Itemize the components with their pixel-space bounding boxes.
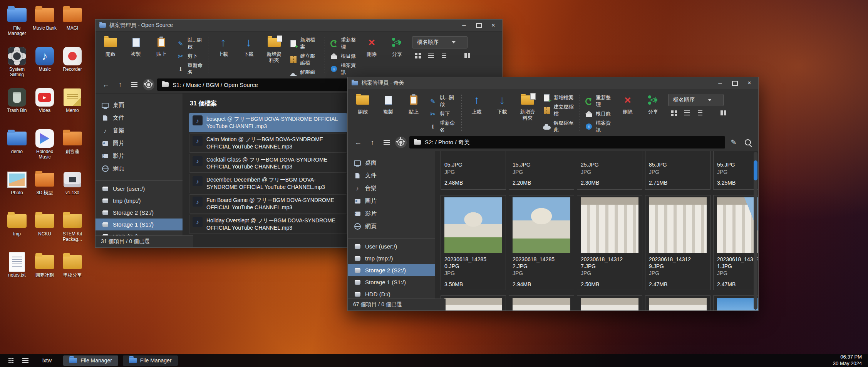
copy-button[interactable]: 複製 [126, 35, 146, 57]
view-columns-button[interactable] [720, 110, 727, 116]
desktop-icon[interactable]: 3D 模型 [31, 169, 59, 210]
file-row[interactable]: bosquet @ フリーBGM DOVA-SYNDROME OFFICIAL … [189, 113, 347, 132]
up-button[interactable]: ↑ [367, 137, 378, 148]
create-archive-button[interactable]: 建立壓縮檔 [289, 53, 320, 67]
sidebar-item[interactable]: User (user:/) [348, 238, 435, 252]
photo-item-partial[interactable]: 55.JPG JPG 3.25MB [713, 151, 758, 190]
photo-item-partial[interactable]: 85.JPG JPG 2.71MB [645, 151, 710, 190]
sidebar-item[interactable]: 圖片 [348, 195, 435, 207]
photo-item[interactable]: 20230618_14313 1.JPG JPG 2.47MB [713, 195, 758, 290]
rename-button[interactable]: I 重新命名 [176, 62, 203, 76]
sort-order-dropdown[interactable]: 檔名順序 [412, 36, 468, 48]
delete-button[interactable]: × 刪除 [361, 35, 382, 57]
sidebar-item[interactable]: 桌面 [348, 157, 435, 169]
view-grid-button[interactable] [414, 52, 421, 58]
desktop-icon[interactable]: v1.130 [59, 169, 86, 210]
open-button[interactable]: 開啟 [100, 35, 121, 57]
upload-button[interactable]: ↑ 上載 [466, 92, 487, 115]
download-button[interactable]: ↓ 下載 [492, 92, 513, 115]
photo-item[interactable]: 20230618_14285 2.JPG JPG 2.94MB [509, 195, 574, 290]
sidebar-item[interactable]: 網頁 [96, 162, 183, 175]
view-columns-button[interactable] [464, 52, 471, 58]
extract-here-button[interactable]: 解壓縮至此 [543, 120, 575, 133]
titlebar[interactable]: 檔案管理員 - 奇美 – × [348, 77, 758, 89]
desktop-icon[interactable]: STEM Kit Packag... [59, 210, 86, 252]
desktop-icon[interactable]: Photo [3, 169, 31, 210]
desktop-icon[interactable]: demo [3, 128, 31, 169]
sidebar-item[interactable]: 桌面 [96, 99, 183, 112]
sidebar-item[interactable]: Storage 1 (S1:/) [96, 219, 183, 230]
scrollbar[interactable] [754, 152, 757, 310]
desktop-icon[interactable]: Music [31, 46, 59, 87]
new-file-button[interactable]: 新增檔案 [289, 37, 320, 50]
sidebar-item[interactable]: User (user:/) [96, 180, 183, 195]
desktop-icon[interactable]: Videa [31, 87, 59, 128]
clock[interactable]: 06:37 PM 30 May 2024 [833, 354, 863, 367]
sort-order-dropdown[interactable]: 檔名順序 [668, 94, 724, 106]
photo-item-partial[interactable] [713, 295, 758, 310]
scrollbar-thumb[interactable] [754, 160, 757, 180]
copy-button[interactable]: 複製 [378, 92, 399, 115]
search-button[interactable] [742, 137, 754, 148]
photo-item[interactable]: 20230618_14285 0.JPG JPG 3.50MB [441, 195, 506, 290]
view-list-button[interactable] [684, 110, 690, 116]
desktop-icon[interactable]: MAGI [59, 5, 86, 46]
photo-item-partial[interactable] [577, 295, 642, 310]
desktop-icon[interactable]: File Manager [3, 5, 31, 46]
extract-here-button[interactable]: 解壓縮至此 [289, 69, 320, 76]
maximize-button[interactable] [471, 20, 486, 30]
desktop-icon[interactable]: System Slitting [3, 46, 31, 87]
share-button[interactable]: 分享 [387, 35, 407, 57]
file-row[interactable]: December, December! @ フリーBGM DOVA-SYNDRO… [189, 174, 347, 193]
view-list-button[interactable] [427, 52, 434, 58]
task-menu-button[interactable] [19, 355, 32, 366]
close-button[interactable]: × [486, 20, 501, 30]
desktop-icon[interactable]: Holodex Music [31, 128, 59, 169]
sidebar-item[interactable]: tmp (tmp:/) [96, 195, 183, 207]
desktop-icon[interactable]: 學校分享 [59, 252, 86, 293]
sidebar-item[interactable]: 影片 [348, 207, 435, 220]
photo-item[interactable]: 20230618_14312 7.JPG JPG 2.50MB [577, 195, 642, 290]
settings-button[interactable] [395, 137, 407, 148]
open-button[interactable]: 開啟 [352, 92, 373, 115]
sidebar-item[interactable]: 網頁 [348, 220, 435, 233]
sidebar-item[interactable]: 文件 [348, 169, 435, 182]
sidebar-item[interactable]: Storage 1 (S1:/) [348, 276, 435, 288]
desktop-icon[interactable]: 圓夢計劃 [31, 252, 59, 293]
view-compact-button[interactable] [697, 110, 704, 116]
back-button[interactable]: ← [100, 79, 112, 90]
settings-button[interactable] [143, 79, 154, 90]
minimize-button[interactable]: – [457, 20, 471, 30]
file-row[interactable]: Cocktail Glass @ フリーBGM DOVA-SYNDROME OF… [189, 154, 347, 173]
back-button[interactable]: ← [352, 137, 364, 148]
desktop-icon[interactable]: NCKU [31, 210, 59, 252]
desktop-icon[interactable]: notes.txt [3, 252, 31, 293]
photo-item-partial[interactable] [441, 295, 506, 310]
file-info-button[interactable]: 檔案資訊 [330, 62, 357, 76]
minimize-button[interactable]: – [713, 78, 727, 88]
sidebar-item[interactable]: 文件 [96, 112, 183, 124]
file-row[interactable]: Holiday Overslept @ フリーBGM DOVA-SYNDROME… [189, 215, 347, 234]
share-button[interactable]: 分享 [643, 92, 664, 115]
open-with-button[interactable]: ✎ 以...開啟 [176, 37, 203, 50]
close-button[interactable]: × [742, 78, 757, 88]
create-archive-button[interactable]: 建立壓縮檔 [543, 103, 575, 117]
sidebar-item[interactable]: 音樂 [348, 182, 435, 195]
up-button[interactable]: ↑ [114, 79, 126, 90]
desktop-icon[interactable]: Memo [59, 87, 86, 128]
paste-button[interactable]: 貼上 [403, 92, 424, 115]
app-launcher-button[interactable] [5, 355, 17, 366]
file-row[interactable]: Fun Board Game @ フリーBGM DOVA-SYNDROME OF… [189, 194, 347, 214]
cut-button[interactable]: ✂ 剪下 [176, 53, 203, 60]
refresh-button[interactable]: 重新整理 [330, 37, 357, 50]
cut-button[interactable]: ✂ 剪下 [429, 110, 457, 117]
upload-button[interactable]: ↑ 上載 [213, 35, 234, 57]
photo-item-partial[interactable]: 05.JPG JPG 2.48MB [441, 151, 506, 190]
menu-button[interactable] [129, 79, 140, 90]
new-file-button[interactable]: 新增檔案 [543, 94, 575, 101]
taskbar-window-button[interactable]: File Manager [63, 355, 118, 366]
desktop-icon[interactable]: 創官蓮 [59, 128, 86, 169]
sidebar-item[interactable]: 音樂 [96, 124, 183, 137]
file-row[interactable]: Calm Motion @ フリーBGM DOVA-SYNDROME OFFIC… [189, 133, 347, 153]
sidebar-item[interactable]: Storage 2 (S2:/) [348, 264, 435, 276]
